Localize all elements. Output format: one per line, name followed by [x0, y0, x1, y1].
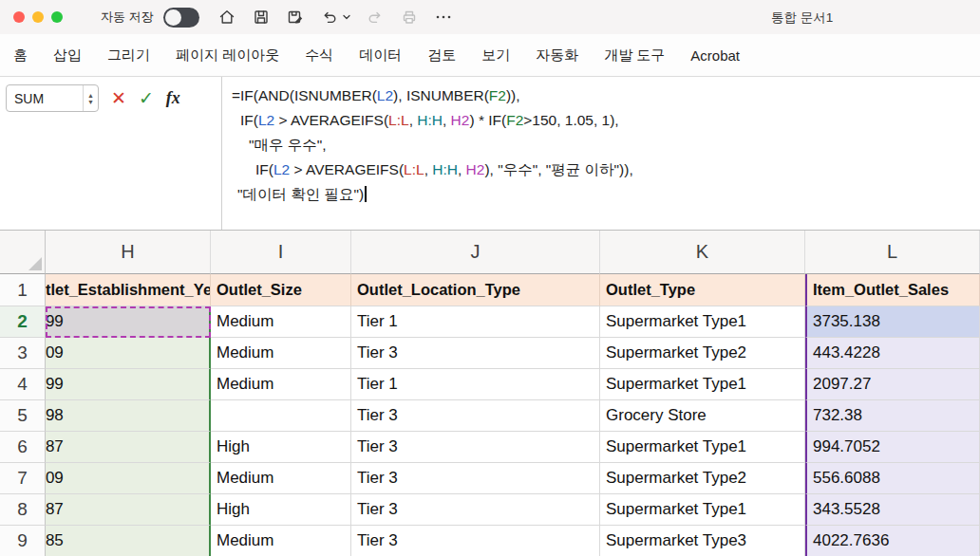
cell-H3[interactable]: 2009: [46, 338, 211, 369]
cell-L4[interactable]: 2097.27: [805, 369, 980, 400]
cell-J1[interactable]: Outlet_Location_Type: [351, 274, 600, 306]
cell-K5[interactable]: Grocery Store: [600, 400, 805, 432]
row-header-8[interactable]: 8: [0, 494, 46, 526]
row-header-4[interactable]: 4: [0, 369, 46, 400]
cell-H7[interactable]: 2009: [46, 463, 211, 494]
cell-H2[interactable]: 1999: [46, 306, 211, 338]
ribbon-tab-4[interactable]: 수식: [305, 46, 333, 65]
cell-L5[interactable]: 732.38: [805, 400, 980, 432]
cell-I7[interactable]: Medium: [211, 463, 351, 494]
row-header-6[interactable]: 6: [0, 432, 46, 463]
autosave-toggle[interactable]: [163, 8, 199, 28]
cell-J9[interactable]: Tier 3: [351, 526, 600, 556]
cell-J5[interactable]: Tier 3: [351, 400, 600, 432]
formula-text[interactable]: =IF(AND(ISNUMBER(L2), ISNUMBER(F2)),IF(L…: [222, 77, 980, 230]
cell-I2[interactable]: Medium: [211, 306, 351, 338]
cell-L8[interactable]: 343.5528: [805, 494, 980, 526]
cell-J4[interactable]: Tier 1: [351, 369, 600, 400]
cell-K8[interactable]: Supermarket Type1: [600, 494, 805, 526]
redo-icon: [365, 7, 386, 28]
name-box[interactable]: SUM ▲▼: [6, 84, 99, 112]
ribbon-tab-5[interactable]: 데이터: [359, 46, 402, 65]
autosave-label: 자동 저장: [101, 9, 154, 26]
cell-I8[interactable]: High: [211, 494, 351, 526]
cell-J6[interactable]: Tier 3: [351, 432, 600, 463]
cell-K6[interactable]: Supermarket Type1: [600, 432, 805, 463]
cell-K1[interactable]: Outlet_Type: [600, 274, 805, 306]
cell-I1[interactable]: Outlet_Size: [211, 274, 351, 306]
row-header-1[interactable]: 1: [0, 274, 46, 306]
minimize-window-icon[interactable]: [32, 11, 44, 23]
insert-function-icon[interactable]: fx: [166, 88, 180, 108]
cell-K9[interactable]: Supermarket Type3: [600, 526, 805, 556]
cell-H5[interactable]: 1998: [46, 400, 211, 432]
ribbon-tab-1[interactable]: 삽입: [53, 46, 82, 65]
cell-I3[interactable]: Medium: [211, 338, 351, 369]
formula-line: "데이터 확인 필요"): [230, 182, 971, 207]
cell-H1[interactable]: Outlet_Establishment_Year: [46, 274, 211, 306]
cell-H6[interactable]: 1987: [46, 432, 211, 463]
name-box-stepper[interactable]: ▲▼: [83, 85, 98, 111]
stepper-up-icon[interactable]: ▲: [87, 92, 94, 99]
cell-J2[interactable]: Tier 1: [351, 306, 600, 338]
ribbon-tab-2[interactable]: 그리기: [107, 46, 150, 65]
row-header-7[interactable]: 7: [0, 463, 46, 494]
cell-J3[interactable]: Tier 3: [351, 338, 600, 369]
ribbon-tab-3[interactable]: 페이지 레이아웃: [176, 46, 279, 65]
cell-J8[interactable]: Tier 3: [351, 494, 600, 526]
ribbon-tab-0[interactable]: 홈: [13, 46, 28, 65]
column-header-H[interactable]: H: [46, 231, 211, 274]
column-header-L[interactable]: L: [805, 231, 980, 274]
cell-I9[interactable]: Medium: [211, 526, 351, 556]
cell-K4[interactable]: Supermarket Type1: [600, 369, 805, 400]
more-icon[interactable]: [433, 7, 454, 28]
home-icon[interactable]: [217, 7, 237, 28]
cell-K2[interactable]: Supermarket Type1: [600, 306, 805, 338]
select-all-corner[interactable]: [0, 231, 46, 274]
undo-icon[interactable]: [319, 7, 340, 28]
stepper-down-icon[interactable]: ▼: [87, 99, 94, 105]
column-header-K[interactable]: K: [600, 231, 805, 274]
confirm-entry-icon[interactable]: ✓: [139, 87, 154, 109]
ribbon-tab-8[interactable]: 자동화: [536, 46, 578, 65]
formula-line: "매우 우수",: [230, 133, 971, 158]
cell-L6[interactable]: 994.7052: [805, 432, 980, 463]
undo-menu-chevron-icon[interactable]: [342, 13, 351, 21]
cell-J7[interactable]: Tier 3: [351, 463, 600, 494]
cell-I6[interactable]: High: [211, 432, 351, 463]
cell-L2[interactable]: 3735.138: [805, 306, 980, 338]
ribbon-tab-6[interactable]: 검토: [427, 46, 456, 65]
row-header-5[interactable]: 5: [0, 400, 46, 432]
cell-I4[interactable]: Medium: [211, 369, 351, 400]
cell-L1[interactable]: Item_Outlet_Sales: [805, 274, 980, 306]
ribbon-tab-9[interactable]: 개발 도구: [604, 46, 665, 65]
cell-H8[interactable]: 1987: [46, 494, 211, 526]
formula-bar-left-pane: SUM ▲▼ ✕ ✓ fx: [0, 77, 222, 230]
column-header-J[interactable]: J: [351, 231, 600, 274]
save-as-icon[interactable]: [285, 7, 306, 28]
cell-I5[interactable]: [211, 400, 351, 432]
row-header-2[interactable]: 2: [0, 306, 46, 338]
cancel-entry-icon[interactable]: ✕: [111, 87, 126, 109]
cell-L3[interactable]: 443.4228: [805, 338, 980, 369]
autosave-control: 자동 저장: [101, 8, 199, 28]
zoom-window-icon[interactable]: [51, 11, 63, 23]
cell-H4[interactable]: 1999: [46, 369, 211, 400]
ribbon-tab-10[interactable]: Acrobat: [690, 47, 740, 64]
row-header-9[interactable]: 9: [0, 526, 46, 556]
toggle-knob: [165, 9, 181, 26]
cell-K7[interactable]: Supermarket Type2: [600, 463, 805, 494]
row-header-3[interactable]: 3: [0, 338, 46, 369]
save-icon[interactable]: [251, 7, 272, 28]
cell-L7[interactable]: 556.6088: [805, 463, 980, 494]
column-header-I[interactable]: I: [211, 231, 351, 274]
ribbon-tab-7[interactable]: 보기: [481, 46, 510, 65]
sheet-grid: HIJKL1Outlet_Establishment_YearOutlet_Si…: [0, 231, 980, 556]
name-box-value[interactable]: SUM: [7, 85, 83, 111]
cell-L9[interactable]: 4022.7636: [805, 526, 980, 556]
quick-access-toolbar: [217, 7, 454, 28]
cell-H9[interactable]: 1985: [46, 526, 211, 556]
cell-K3[interactable]: Supermarket Type2: [600, 338, 805, 369]
ribbon-tabs: 홈삽입그리기페이지 레이아웃수식데이터검토보기자동화개발 도구Acrobat: [0, 34, 980, 77]
close-window-icon[interactable]: [13, 11, 25, 23]
